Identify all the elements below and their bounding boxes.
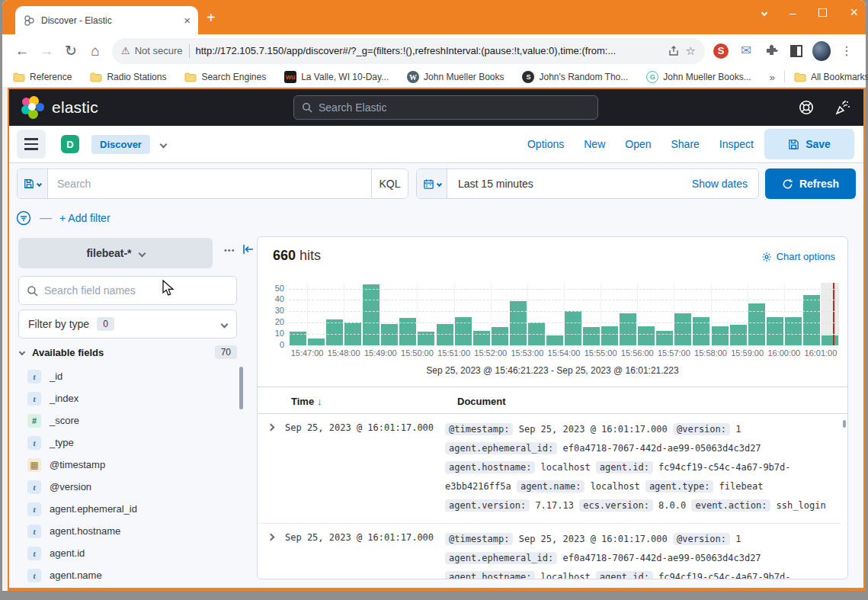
profile-avatar[interactable]	[812, 42, 831, 60]
histogram-bar[interactable]	[767, 317, 783, 345]
histogram-bar[interactable]	[822, 335, 838, 345]
window-maximize-button[interactable]	[818, 8, 827, 17]
menu-hamburger-button[interactable]	[17, 130, 46, 159]
histogram-bar[interactable]	[455, 317, 472, 345]
chart-options-button[interactable]: Chart options	[761, 251, 835, 262]
forward-icon[interactable]: →	[34, 43, 59, 59]
home-icon[interactable]: ⌂	[83, 43, 107, 59]
index-pattern-select[interactable]: filebeat-*	[18, 238, 213, 268]
elastic-logo[interactable]: elastic	[21, 96, 98, 119]
histogram-bar[interactable]	[803, 295, 820, 345]
histogram-bar[interactable]	[748, 303, 765, 345]
histogram-bar[interactable]	[363, 284, 380, 345]
global-search-input[interactable]: Search Elastic	[293, 95, 598, 120]
histogram-bar[interactable]	[473, 331, 490, 345]
time-range-value[interactable]: Last 15 minutes	[447, 169, 681, 198]
extension-icon-red-s[interactable]: S	[712, 42, 730, 60]
bookmark-item[interactable]: wuLa Valle, WI 10-Day...	[284, 71, 389, 83]
browser-tab[interactable]: Discover - Elastic ×	[15, 6, 198, 34]
collapse-sidebar-icon[interactable]	[242, 243, 255, 255]
gridline	[344, 283, 344, 345]
index-pattern-options-icon[interactable]: •••	[224, 245, 235, 255]
extensions-puzzle-icon[interactable]	[762, 42, 780, 60]
bookmark-item[interactable]: GJohn Mueller Books...	[646, 71, 751, 83]
field-item[interactable]: tagent.name	[20, 564, 233, 586]
histogram-bar[interactable]	[656, 331, 673, 345]
histogram-bar[interactable]	[693, 317, 709, 345]
bookmark-item[interactable]: Radio Stations	[90, 72, 166, 82]
address-bar[interactable]: ⚠ Not secure http://172.105.7.150/app/di…	[112, 38, 705, 64]
field-item[interactable]: #_score	[20, 409, 233, 432]
url-text[interactable]: http://172.105.7.150/app/discover#/?_g=(…	[196, 45, 661, 56]
breadcrumb-chevron-icon[interactable]	[159, 140, 167, 148]
query-input[interactable]: Search	[48, 169, 371, 198]
breadcrumb-discover[interactable]: Discover	[91, 135, 150, 154]
histogram-bar[interactable]	[565, 311, 581, 345]
newsfeed-party-popper-icon[interactable]	[834, 99, 851, 116]
save-button[interactable]: Save	[764, 129, 854, 159]
refresh-button[interactable]: Refresh	[765, 168, 856, 199]
bookmark-item[interactable]: Search Engines	[184, 72, 266, 82]
query-language-button[interactable]: KQL	[371, 169, 408, 198]
table-scrollbar[interactable]	[843, 420, 846, 428]
field-item[interactable]: t_type	[20, 432, 233, 454]
bookmark-item[interactable]: WJohn Mueller Books	[407, 71, 504, 83]
gridline	[637, 283, 638, 345]
nav-options[interactable]: Options	[527, 138, 564, 150]
add-filter-button[interactable]: + Add filter	[59, 212, 111, 224]
nav-inspect[interactable]: Inspect	[719, 138, 754, 150]
back-icon[interactable]: ←	[10, 43, 34, 59]
histogram-bar[interactable]	[712, 326, 729, 345]
saved-query-menu-button[interactable]	[18, 169, 48, 198]
tab-close-icon[interactable]: ×	[184, 14, 191, 27]
window-minimize-button[interactable]: –	[790, 6, 796, 19]
not-secure-label[interactable]: Not secure	[135, 45, 183, 56]
histogram-bar[interactable]	[308, 339, 325, 345]
bookmarks-overflow-chevron[interactable]: »	[770, 72, 775, 83]
reload-icon[interactable]: ↻	[59, 42, 83, 59]
nav-share[interactable]: Share	[671, 138, 700, 150]
extension-icon-mail[interactable]: ✉	[737, 42, 755, 60]
field-item[interactable]: tagent.hostname	[20, 520, 233, 542]
bookmark-item[interactable]: SJohn's Random Tho...	[522, 71, 628, 83]
share-icon[interactable]	[668, 45, 680, 57]
field-item[interactable]: tagent.ephemeral_id	[20, 498, 233, 520]
show-dates-button[interactable]: Show dates	[681, 169, 758, 198]
histogram-bar[interactable]	[546, 335, 563, 345]
available-fields-header[interactable]: Available fields 70	[20, 345, 237, 359]
space-badge[interactable]: D	[61, 135, 79, 153]
sort-descending-icon[interactable]: ↓	[317, 396, 322, 407]
field-item[interactable]: t_id	[20, 365, 233, 387]
tab-search-chevron-icon[interactable]	[761, 9, 767, 15]
sidebar-scrollbar[interactable]	[239, 367, 243, 409]
histogram-bar[interactable]	[674, 313, 691, 345]
new-tab-button[interactable]: +	[207, 10, 216, 25]
histogram-bar[interactable]	[620, 313, 636, 345]
date-quick-menu-button[interactable]	[417, 169, 447, 198]
histogram-bar[interactable]	[730, 325, 747, 345]
nav-open[interactable]: Open	[625, 138, 651, 150]
histogram-bar[interactable]	[583, 327, 600, 345]
window-close-button[interactable]: ×	[850, 5, 858, 21]
extension-icon-split-screen[interactable]	[787, 42, 806, 60]
help-icon[interactable]	[798, 99, 815, 116]
column-time[interactable]: Time	[291, 396, 314, 407]
expand-row-icon[interactable]	[267, 534, 275, 541]
bookmark-star-icon[interactable]: ☆	[686, 44, 696, 58]
browser-menu-icon[interactable]: ⋮	[838, 42, 856, 60]
histogram-bar[interactable]	[785, 317, 802, 345]
histogram-bar[interactable]	[601, 326, 618, 345]
expand-row-icon[interactable]	[267, 424, 275, 432]
bookmark-item[interactable]: Reference	[13, 72, 72, 82]
histogram-bar[interactable]	[638, 326, 655, 345]
field-item[interactable]: ▦@timestamp	[20, 454, 233, 476]
histogram-bar[interactable]	[492, 327, 508, 345]
field-search-input[interactable]: Search field names	[18, 276, 237, 305]
filter-by-type-select[interactable]: Filter by type 0	[18, 310, 237, 339]
field-item[interactable]: t@version	[20, 476, 233, 498]
nav-new[interactable]: New	[584, 138, 605, 150]
field-item[interactable]: t_index	[20, 387, 233, 409]
filter-icon[interactable]	[15, 210, 32, 226]
all-bookmarks-button[interactable]: All Bookmarks	[794, 72, 868, 82]
field-item[interactable]: tagent.id	[20, 542, 233, 564]
